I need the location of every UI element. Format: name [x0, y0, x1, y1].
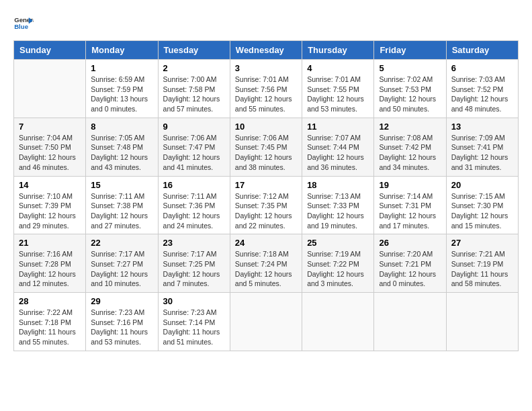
calendar-table: SundayMondayTuesdayWednesdayThursdayFrid…: [13, 40, 519, 351]
day-cell: 20Sunrise: 7:15 AM Sunset: 7:30 PM Dayli…: [446, 176, 518, 234]
day-cell: 1Sunrise: 6:59 AM Sunset: 7:59 PM Daylig…: [86, 60, 158, 118]
day-cell: 23Sunrise: 7:17 AM Sunset: 7:25 PM Dayli…: [158, 234, 230, 293]
day-info: Sunrise: 7:18 AM Sunset: 7:24 PM Dayligh…: [235, 249, 297, 289]
svg-text:Blue: Blue: [14, 23, 28, 30]
day-number: 30: [163, 296, 225, 306]
day-cell: 17Sunrise: 7:12 AM Sunset: 7:35 PM Dayli…: [230, 176, 302, 234]
day-info: Sunrise: 7:17 AM Sunset: 7:25 PM Dayligh…: [163, 249, 225, 289]
day-cell: 7Sunrise: 7:04 AM Sunset: 7:50 PM Daylig…: [14, 118, 86, 176]
day-number: 6: [451, 63, 513, 73]
day-cell: 30Sunrise: 7:23 AM Sunset: 7:14 PM Dayli…: [158, 293, 230, 351]
day-info: Sunrise: 7:19 AM Sunset: 7:22 PM Dayligh…: [307, 249, 369, 289]
day-cell: 15Sunrise: 7:11 AM Sunset: 7:38 PM Dayli…: [86, 176, 158, 234]
day-cell: 16Sunrise: 7:11 AM Sunset: 7:36 PM Dayli…: [158, 176, 230, 234]
day-info: Sunrise: 7:23 AM Sunset: 7:14 PM Dayligh…: [163, 308, 225, 347]
day-info: Sunrise: 7:06 AM Sunset: 7:47 PM Dayligh…: [163, 133, 225, 173]
day-cell: 2Sunrise: 7:00 AM Sunset: 7:58 PM Daylig…: [158, 60, 230, 118]
day-info: Sunrise: 7:06 AM Sunset: 7:45 PM Dayligh…: [235, 133, 297, 173]
day-cell: [446, 293, 518, 351]
day-cell: 26Sunrise: 7:20 AM Sunset: 7:21 PM Dayli…: [374, 234, 446, 293]
day-cell: 5Sunrise: 7:02 AM Sunset: 7:53 PM Daylig…: [374, 60, 446, 118]
day-cell: [374, 293, 446, 351]
day-number: 10: [235, 122, 297, 132]
day-info: Sunrise: 7:20 AM Sunset: 7:21 PM Dayligh…: [379, 249, 441, 289]
day-number: 26: [379, 238, 441, 248]
day-number: 15: [91, 180, 152, 190]
day-number: 18: [307, 180, 369, 190]
day-info: Sunrise: 7:09 AM Sunset: 7:41 PM Dayligh…: [451, 133, 513, 173]
day-number: 17: [235, 180, 297, 190]
day-number: 13: [451, 122, 513, 132]
day-cell: 28Sunrise: 7:22 AM Sunset: 7:18 PM Dayli…: [14, 293, 86, 351]
logo: General Blue: [13, 13, 34, 34]
day-number: 16: [163, 180, 225, 190]
week-row-4: 21Sunrise: 7:16 AM Sunset: 7:28 PM Dayli…: [14, 234, 519, 293]
day-number: 12: [379, 122, 441, 132]
day-cell: 29Sunrise: 7:23 AM Sunset: 7:16 PM Dayli…: [86, 293, 158, 351]
day-info: Sunrise: 7:02 AM Sunset: 7:53 PM Dayligh…: [379, 75, 441, 114]
column-header-monday: Monday: [86, 41, 158, 60]
day-info: Sunrise: 7:22 AM Sunset: 7:18 PM Dayligh…: [19, 308, 81, 347]
day-cell: 19Sunrise: 7:14 AM Sunset: 7:31 PM Dayli…: [374, 176, 446, 234]
day-info: Sunrise: 7:14 AM Sunset: 7:31 PM Dayligh…: [379, 191, 441, 231]
day-info: Sunrise: 7:10 AM Sunset: 7:39 PM Dayligh…: [19, 191, 81, 231]
day-number: 24: [235, 238, 297, 248]
day-cell: [230, 293, 302, 351]
day-info: Sunrise: 7:01 AM Sunset: 7:56 PM Dayligh…: [235, 75, 297, 114]
header: General Blue: [13, 13, 519, 34]
day-number: 23: [163, 238, 225, 248]
day-cell: [14, 60, 86, 118]
week-row-3: 14Sunrise: 7:10 AM Sunset: 7:39 PM Dayli…: [14, 176, 519, 234]
day-number: 11: [307, 122, 369, 132]
day-cell: 22Sunrise: 7:17 AM Sunset: 7:27 PM Dayli…: [86, 234, 158, 293]
day-info: Sunrise: 7:15 AM Sunset: 7:30 PM Dayligh…: [451, 191, 513, 231]
column-header-saturday: Saturday: [446, 41, 518, 60]
day-cell: 12Sunrise: 7:08 AM Sunset: 7:42 PM Dayli…: [374, 118, 446, 176]
day-info: Sunrise: 7:03 AM Sunset: 7:52 PM Dayligh…: [451, 75, 513, 114]
day-number: 29: [91, 296, 152, 306]
day-cell: 27Sunrise: 7:21 AM Sunset: 7:19 PM Dayli…: [446, 234, 518, 293]
column-header-wednesday: Wednesday: [230, 41, 302, 60]
day-number: 2: [163, 63, 225, 73]
day-number: 21: [19, 238, 81, 248]
day-cell: 13Sunrise: 7:09 AM Sunset: 7:41 PM Dayli…: [446, 118, 518, 176]
day-cell: 21Sunrise: 7:16 AM Sunset: 7:28 PM Dayli…: [14, 234, 86, 293]
day-cell: [302, 293, 374, 351]
day-cell: 8Sunrise: 7:05 AM Sunset: 7:48 PM Daylig…: [86, 118, 158, 176]
day-cell: 6Sunrise: 7:03 AM Sunset: 7:52 PM Daylig…: [446, 60, 518, 118]
day-number: 4: [307, 63, 369, 73]
day-info: Sunrise: 7:01 AM Sunset: 7:55 PM Dayligh…: [307, 75, 369, 114]
day-number: 9: [163, 122, 225, 132]
column-header-thursday: Thursday: [302, 41, 374, 60]
calendar-header-row: SundayMondayTuesdayWednesdayThursdayFrid…: [14, 41, 519, 60]
day-info: Sunrise: 7:11 AM Sunset: 7:38 PM Dayligh…: [91, 191, 152, 231]
day-number: 3: [235, 63, 297, 73]
day-info: Sunrise: 7:08 AM Sunset: 7:42 PM Dayligh…: [379, 133, 441, 173]
day-cell: 9Sunrise: 7:06 AM Sunset: 7:47 PM Daylig…: [158, 118, 230, 176]
day-number: 27: [451, 238, 513, 248]
day-number: 8: [91, 122, 152, 132]
day-number: 14: [19, 180, 81, 190]
day-number: 28: [19, 296, 81, 306]
day-cell: 3Sunrise: 7:01 AM Sunset: 7:56 PM Daylig…: [230, 60, 302, 118]
day-cell: 25Sunrise: 7:19 AM Sunset: 7:22 PM Dayli…: [302, 234, 374, 293]
day-cell: 4Sunrise: 7:01 AM Sunset: 7:55 PM Daylig…: [302, 60, 374, 118]
day-info: Sunrise: 7:17 AM Sunset: 7:27 PM Dayligh…: [91, 249, 152, 289]
day-cell: 14Sunrise: 7:10 AM Sunset: 7:39 PM Dayli…: [14, 176, 86, 234]
column-header-friday: Friday: [374, 41, 446, 60]
column-header-sunday: Sunday: [14, 41, 86, 60]
day-info: Sunrise: 7:07 AM Sunset: 7:44 PM Dayligh…: [307, 133, 369, 173]
week-row-5: 28Sunrise: 7:22 AM Sunset: 7:18 PM Dayli…: [14, 293, 519, 351]
column-header-tuesday: Tuesday: [158, 41, 230, 60]
day-number: 25: [307, 238, 369, 248]
day-number: 19: [379, 180, 441, 190]
day-info: Sunrise: 7:11 AM Sunset: 7:36 PM Dayligh…: [163, 191, 225, 231]
day-info: Sunrise: 7:12 AM Sunset: 7:35 PM Dayligh…: [235, 191, 297, 231]
week-row-2: 7Sunrise: 7:04 AM Sunset: 7:50 PM Daylig…: [14, 118, 519, 176]
day-info: Sunrise: 7:04 AM Sunset: 7:50 PM Dayligh…: [19, 133, 81, 173]
day-cell: 11Sunrise: 7:07 AM Sunset: 7:44 PM Dayli…: [302, 118, 374, 176]
day-cell: 10Sunrise: 7:06 AM Sunset: 7:45 PM Dayli…: [230, 118, 302, 176]
day-info: Sunrise: 7:23 AM Sunset: 7:16 PM Dayligh…: [91, 308, 152, 347]
day-number: 20: [451, 180, 513, 190]
day-info: Sunrise: 6:59 AM Sunset: 7:59 PM Dayligh…: [91, 75, 152, 114]
